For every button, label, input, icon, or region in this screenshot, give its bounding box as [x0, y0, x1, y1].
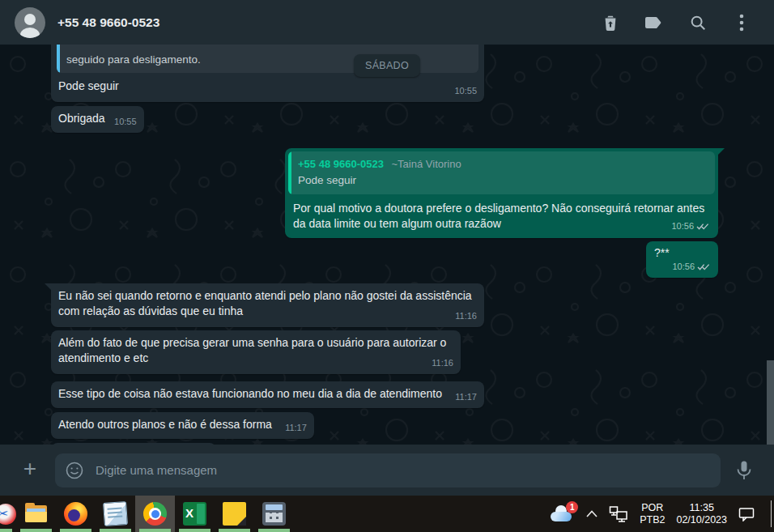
windows-taskbar: X 1 POR PTB2 11:35	[0, 496, 774, 532]
clock[interactable]: 11:35 02/10/2023	[676, 502, 727, 526]
calculator-icon	[262, 502, 286, 526]
message-bubble-incoming[interactable]: Atendo outros planos e não é dessa forma…	[51, 412, 314, 439]
tray-expand-chevron-icon[interactable]	[586, 510, 598, 517]
quoted-message[interactable]: +55 48 9660-0523 ~Tainá Vitorino Pode se…	[288, 151, 715, 194]
snipping-tool-icon	[0, 504, 16, 525]
taskbar-app-firefox[interactable]	[56, 496, 96, 532]
message-text: Por qual motivo a doutora prefere o desl…	[288, 199, 715, 232]
double-check-icon	[697, 262, 711, 271]
message-input[interactable]	[96, 463, 711, 477]
message-input-container[interactable]	[55, 453, 721, 487]
message-text: Obrigada	[58, 112, 105, 125]
tray-date: 02/10/2023	[676, 514, 727, 526]
chat-header: +55 48 9660-0523	[0, 0, 774, 45]
chrome-icon	[143, 502, 167, 526]
message-time: 11:17	[285, 420, 307, 436]
action-center-icon[interactable]	[738, 507, 755, 521]
taskbar-app-calculator[interactable]	[254, 496, 294, 532]
double-check-icon	[696, 222, 710, 231]
taskbar-app-snipping-tool[interactable]	[0, 496, 16, 532]
quote-sender: +55 48 9660-0523	[298, 158, 384, 170]
mic-icon[interactable]	[735, 460, 753, 481]
message-time: 10:56	[672, 259, 695, 275]
system-tray: 1 POR PTB2 11:35 02/10/2023	[551, 496, 774, 532]
date-divider: SÁBADO	[354, 54, 420, 77]
message-bubble-incoming[interactable]: Além do fato de que precisa gerar uma se…	[51, 330, 461, 374]
message-text: Pode seguir	[58, 79, 477, 94]
show-desktop-divider[interactable]	[771, 500, 772, 527]
contact-name[interactable]: +55 48 9660-0523	[57, 15, 601, 30]
message-text: ?**	[654, 246, 670, 259]
message-time: 10:55	[454, 83, 477, 99]
taskbar-app-sticky-notes[interactable]	[215, 496, 254, 532]
message-text: Esse tipo de coisa não estava funcionand…	[58, 387, 442, 400]
taskbar-app-chrome[interactable]	[135, 496, 175, 532]
attach-plus-icon[interactable]: +	[18, 458, 42, 483]
label-icon[interactable]	[644, 13, 664, 32]
message-text: Atendo outros planos e não é dessa forma	[58, 418, 272, 431]
taskbar-app-notepad[interactable]	[96, 496, 135, 532]
message-time: 11:16	[455, 309, 477, 324]
tray-time: 11:35	[676, 502, 727, 514]
search-icon[interactable]	[688, 13, 708, 32]
emoji-icon[interactable]	[65, 461, 84, 480]
message-bubble-outgoing[interactable]: ?** 10:56	[646, 241, 718, 278]
file-explorer-icon	[24, 502, 48, 526]
taskbar-app-file-explorer[interactable]	[16, 496, 56, 532]
message-text: Eu não sei quando retorno e enquanto ate…	[58, 289, 472, 317]
message-list: SÁBADO seguido para desligamento. Pode s…	[0, 45, 774, 445]
notepad-icon	[103, 501, 128, 526]
message-time: 11:16	[432, 355, 453, 371]
message-bubble-incoming[interactable]: Eu não sei quando retorno e enquanto ate…	[51, 283, 484, 327]
message-bubble-outgoing[interactable]: +55 48 9660-0523 ~Tainá Vitorino Pode se…	[285, 148, 718, 238]
notification-badge: 1	[566, 501, 578, 513]
kebab-menu-icon[interactable]	[732, 13, 751, 32]
message-composer: +	[0, 445, 774, 496]
quote-text: Pode seguir	[298, 173, 707, 188]
excel-icon: X	[183, 502, 206, 526]
network-icon[interactable]	[609, 505, 628, 523]
message-bubble-incoming[interactable]: Obrigada 10:55	[51, 106, 144, 133]
language-indicator[interactable]: POR PTB2	[640, 502, 665, 526]
chat-scrollbar[interactable]	[767, 360, 774, 445]
trash-icon[interactable]	[601, 13, 620, 32]
message-time: 10:56	[671, 219, 694, 234]
taskbar-app-excel[interactable]: X	[175, 496, 215, 532]
message-time: 10:55	[114, 114, 137, 130]
message-time: 11:17	[455, 389, 477, 405]
contact-avatar[interactable]	[15, 7, 45, 38]
firefox-icon	[64, 502, 87, 526]
message-text: Além do fato de que precisa gerar uma se…	[58, 336, 446, 364]
sticky-notes-icon	[223, 502, 246, 526]
onedrive-cloud-icon[interactable]: 1	[551, 504, 575, 524]
message-bubble-incoming[interactable]: Esse tipo de coisa não estava funcionand…	[51, 381, 484, 408]
quote-sender-alias: ~Tainá Vitorino	[392, 158, 461, 170]
person-icon	[18, 11, 42, 38]
